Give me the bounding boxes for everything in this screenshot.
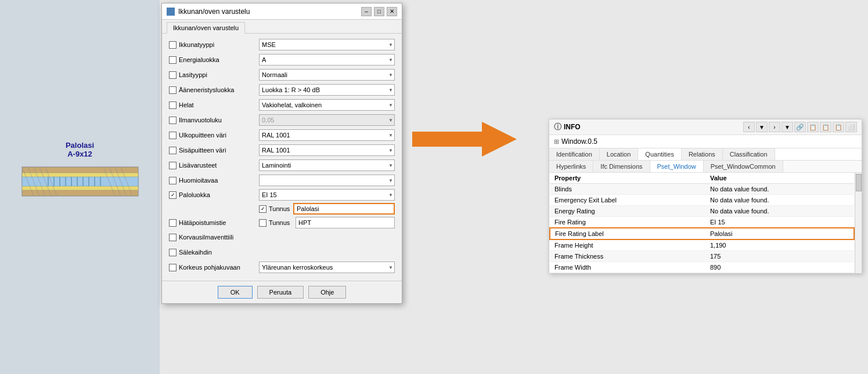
row-hatap: Hätäpoistumistie Tunnus HPT [169,217,395,228]
control-helat: Vakiohelat, valkoinen ▼ [259,99,395,111]
label-helat: Helat [169,101,259,109]
select-helat[interactable]: Vakiohelat, valkoinen ▼ [259,99,395,111]
nav-forward-button[interactable]: › [769,122,780,132]
scrollbar[interactable] [855,173,862,273]
copy-button2[interactable]: 📋 [820,122,831,132]
label-sisapuitte: Sisäpuitteen väri [169,147,259,154]
row-aaneneristys: Ääneneristysluokka Luokka 1: R > 40 dB ▼ [169,83,395,96]
checkbox-ulkopuitte[interactable] [169,132,177,139]
input-tunnus2[interactable]: HPT [296,217,395,228]
select-korkeus[interactable]: Yläreunan kerroskorkeus ▼ [259,262,395,273]
dialog-window: Ikkunan/oven varustelu – □ ✕ Ikkunan/ove… [161,3,402,304]
checkbox-tunnus2[interactable] [259,219,266,227]
table-row: Frame Thickness 175 [550,251,854,262]
label-ilmanvuoto: Ilmanvuotoluku [169,117,259,124]
minimize-button[interactable]: – [361,7,372,16]
property-cell: Blinds [550,184,705,195]
checkbox-korvausilma[interactable] [169,234,177,241]
label-paloluokka: Paloluokka [169,191,259,199]
dropdown-arrow-lisavarusteet: ▼ [388,163,393,168]
dropdown-arrow-korkeus: ▼ [388,265,393,270]
checkbox-energialuokka[interactable] [169,56,177,64]
col-header-value: Value [705,173,854,184]
tab-hyperlinks[interactable]: Hyperlinks [549,161,593,172]
link-button[interactable]: 🔗 [794,122,806,132]
cancel-button[interactable]: Peruuta [257,286,304,299]
label-aaneneristys: Ääneneristysluokka [169,86,259,94]
svg-marker-22 [412,122,517,157]
label-energialuokka: Energialuokka [169,56,259,64]
input-tunnus1[interactable] [293,203,395,215]
drawing-label1: Palolasi [66,141,94,150]
titlebar-controls[interactable]: – □ ✕ [361,7,397,16]
tab-identification[interactable]: Identification [549,148,600,160]
help-button[interactable]: Ohje [308,286,346,299]
tab-quantities[interactable]: Quantities [638,148,682,160]
close-button[interactable]: ✕ [387,7,397,16]
checkbox-lisavarusteet[interactable] [169,162,177,169]
dialog-tabs: Ikkunan/oven varustelu [162,20,402,34]
checkbox-ikkunatyyppi[interactable] [169,41,177,49]
row-korkeus: Korkeus pohjakuvaan Yläreunan kerroskork… [169,261,395,274]
checkbox-helat[interactable] [169,101,177,109]
tab-location[interactable]: Location [600,148,639,160]
copy-button1[interactable]: 📋 [807,122,819,132]
nav-back-dropdown[interactable]: ▼ [756,122,768,132]
ok-button[interactable]: OK [218,286,253,299]
select-lasityyppi[interactable]: Normaali ▼ [259,69,395,81]
info-tabs-row2: Hyperlinks Ifc Dimensions Pset_Window Ps… [549,161,862,173]
checkbox-lasityyppi[interactable] [169,71,177,79]
checkbox-tunnus1[interactable] [259,205,266,213]
table-row: Emergency Exit Label No data value found… [550,195,854,206]
checkbox-huomioitavaa[interactable] [169,177,177,184]
label-lisavarusteet: Lisävarusteet [169,162,259,169]
expand-button[interactable]: ⬜ [845,122,857,132]
label-lasityyppi: Lasityyppi [169,71,259,79]
control-lasityyppi: Normaali ▼ [259,69,395,81]
checkbox-aaneneristys[interactable] [169,86,177,94]
nav-back-button[interactable]: ‹ [743,122,755,132]
nav-forward-dropdown[interactable]: ▼ [781,122,793,132]
select-lisavarusteet[interactable]: Laminointi ▼ [259,159,395,171]
info-tabs-row1: Identification Location Quantities Relat… [549,148,862,161]
ei15-wrapper: EI 15 ▼ [259,189,395,201]
select-sisapuitte[interactable]: RAL 1001 ▼ [259,144,395,156]
checkbox-salekaihdin[interactable] [169,249,177,256]
arrow-container [406,116,523,162]
select-aaneneristys[interactable]: Luokka 1: R > 40 dB ▼ [259,84,395,96]
drawing-label2: A-9x12 [67,150,92,158]
checkbox-hatap[interactable] [169,219,177,227]
tab-ifc-dimensions[interactable]: Ifc Dimensions [593,161,650,172]
checkbox-sisapuitte[interactable] [169,147,177,154]
maximize-button[interactable]: □ [374,7,384,16]
label-salekaihdin: Sälekaihdin [169,249,259,256]
row-paloluokka: Paloluokka EI 15 ▼ [169,189,395,201]
control-ikkunatyyppi: MSE ▼ [259,39,395,50]
label-hatap: Hätäpoistumistie [169,219,259,227]
tab-ikkunan[interactable]: Ikkunan/oven varustelu [167,22,245,34]
checkbox-ilmanvuoto[interactable] [169,117,177,124]
info-header: ⓘ INFO ‹ ▼ › ▼ 🔗 📋 📋 📋 ⬜ [549,119,862,135]
select-ikkunatyyppi[interactable]: MSE ▼ [259,39,395,50]
info-panel: ⓘ INFO ‹ ▼ › ▼ 🔗 📋 📋 📋 ⬜ ⊞ Window.0.5 Id… [549,119,862,274]
label-korvausilma: Korvausilmaventtiili [169,234,259,241]
row-korvausilma: Korvausilmaventtiili [169,231,395,244]
info-toolbar[interactable]: ‹ ▼ › ▼ 🔗 📋 📋 📋 ⬜ [743,122,857,132]
col-header-property: Property [550,173,705,184]
select-ilmanvuoto[interactable]: 0,05 ▼ [259,114,395,126]
tab-classification[interactable]: Classification [723,148,775,160]
tab-relations[interactable]: Relations [682,148,723,160]
label-korkeus: Korkeus pohjakuvaan [169,264,259,271]
select-energialuokka[interactable]: A ▼ [259,54,395,66]
checkbox-korkeus[interactable] [169,264,177,271]
window-id-row: ⊞ Window.0.5 [549,135,862,148]
tab-pset-window[interactable]: Pset_Window [650,161,704,172]
tab-pset-windowcommon[interactable]: Pset_WindowCommon [704,161,783,172]
select-huomioitavaa[interactable]: ▼ [259,175,395,186]
label-huomioitavaa: Huomioitavaa [169,177,259,184]
copy-button3[interactable]: 📋 [833,122,844,132]
table-row: Energy Rating No data value found. [550,206,854,217]
select-paloluokka[interactable]: EI 15 ▼ [259,189,395,201]
checkbox-paloluokka[interactable] [169,191,177,199]
select-ulkopuitte[interactable]: RAL 1001 ▼ [259,129,395,141]
